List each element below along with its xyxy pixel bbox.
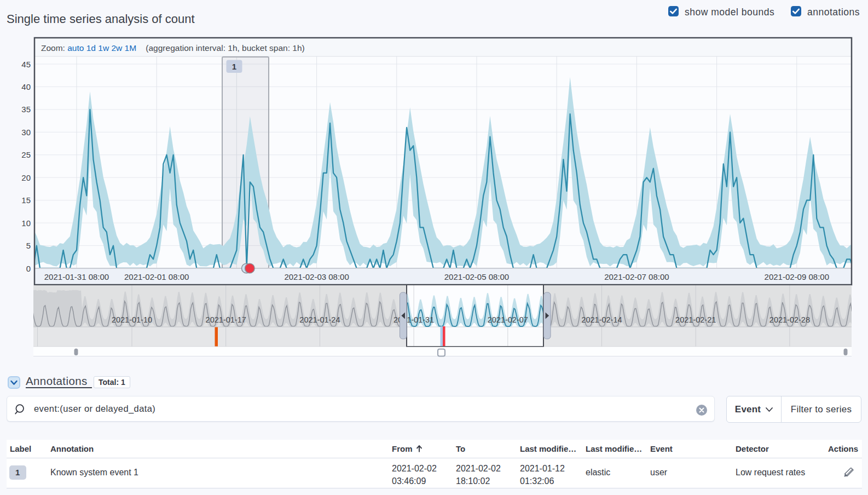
svg-text:2021-02-09 08:00: 2021-02-09 08:00	[765, 272, 829, 281]
svg-text:2021-02-03 08:00: 2021-02-03 08:00	[284, 272, 349, 281]
svg-text:35: 35	[21, 105, 31, 114]
svg-text:2021-01-10: 2021-01-10	[112, 315, 152, 324]
svg-text:2021-01-24: 2021-01-24	[299, 315, 340, 324]
svg-text:40: 40	[21, 82, 31, 91]
svg-text:25: 25	[21, 150, 31, 159]
svg-text:20: 20	[21, 173, 31, 182]
svg-text:1: 1	[232, 62, 236, 71]
svg-text:30: 30	[21, 128, 31, 137]
svg-text:2021-02-14: 2021-02-14	[581, 315, 622, 324]
svg-text:2021-02-01 08:00: 2021-02-01 08:00	[124, 272, 189, 281]
svg-text:45: 45	[21, 60, 31, 69]
svg-text:2021-02-21: 2021-02-21	[675, 315, 716, 324]
svg-text:2021-02-07: 2021-02-07	[488, 315, 528, 324]
svg-text:15: 15	[21, 195, 31, 205]
svg-text:2021-02-07 08:00: 2021-02-07 08:00	[604, 272, 669, 281]
svg-text:2021-01-17: 2021-01-17	[206, 315, 246, 324]
svg-text:2021-02-28: 2021-02-28	[769, 315, 810, 324]
svg-text:2021-02-05 08:00: 2021-02-05 08:00	[444, 272, 509, 281]
svg-text:5: 5	[26, 241, 31, 250]
svg-text:2021-01-31 08:00: 2021-01-31 08:00	[44, 272, 109, 281]
svg-text:0: 0	[26, 264, 31, 273]
svg-text:10: 10	[21, 218, 31, 228]
